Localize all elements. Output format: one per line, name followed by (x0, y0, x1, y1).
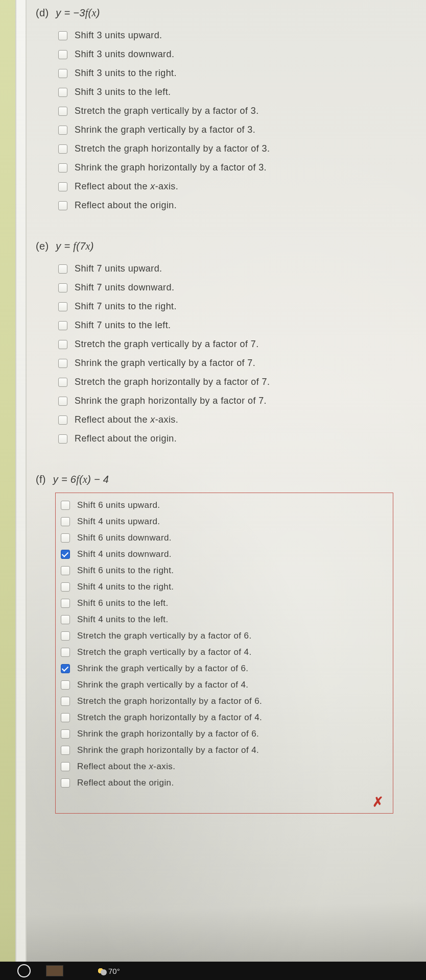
option-row[interactable]: Shift 7 units upward. (58, 259, 409, 278)
checkbox[interactable] (58, 264, 67, 274)
option-row[interactable]: Shrink the graph horizontally by a facto… (58, 158, 409, 177)
option-row[interactable]: Shift 6 units to the right. (61, 562, 388, 579)
checkbox[interactable] (58, 302, 67, 311)
option-row[interactable]: Shift 6 units upward. (61, 497, 388, 513)
checkbox[interactable] (61, 599, 70, 608)
option-row[interactable]: Stretch the graph horizontally by a fact… (61, 709, 388, 726)
option-row[interactable]: Shift 3 units to the right. (58, 64, 409, 83)
option-row[interactable]: Shift 3 units to the left. (58, 83, 409, 102)
weather-widget[interactable]: 70° (96, 966, 120, 975)
checkbox[interactable] (58, 126, 67, 135)
question-e: (e)y = f(7x)Shift 7 units upward.Shift 7… (31, 240, 409, 448)
checkbox[interactable] (58, 163, 67, 173)
checkbox[interactable] (58, 50, 67, 59)
option-label: Shift 6 units upward. (77, 500, 160, 510)
option-label: Stretch the graph vertically by a factor… (77, 647, 252, 657)
option-row[interactable]: Shift 4 units to the right. (61, 579, 388, 595)
option-label: Shift 4 units upward. (77, 517, 160, 527)
checkbox[interactable] (61, 533, 70, 543)
option-row[interactable]: Reflect about the x-axis. (58, 177, 409, 196)
checkbox[interactable] (61, 582, 70, 592)
checkbox-checked[interactable] (61, 664, 70, 673)
checkbox[interactable] (61, 746, 70, 755)
checkbox[interactable] (61, 517, 70, 526)
checkbox[interactable] (58, 201, 67, 210)
checkbox[interactable] (58, 88, 67, 97)
option-label: Reflect about the x-axis. (75, 414, 178, 425)
checkbox[interactable] (58, 415, 67, 425)
option-row[interactable]: Shrink the graph vertically by a factor … (58, 120, 409, 139)
option-row[interactable]: Shift 4 units downward. (61, 546, 388, 562)
option-row[interactable]: Shift 3 units downward. (58, 45, 409, 64)
checkbox[interactable] (58, 434, 67, 444)
option-row[interactable]: Shift 4 units upward. (61, 513, 388, 530)
checkbox[interactable] (58, 182, 67, 191)
option-row[interactable]: Reflect about the x-axis. (58, 410, 409, 429)
checkbox[interactable] (58, 31, 67, 40)
checkbox[interactable] (61, 778, 70, 788)
option-row[interactable]: Shrink the graph horizontally by a facto… (61, 726, 388, 742)
option-row[interactable]: Shrink the graph vertically by a factor … (58, 354, 409, 373)
option-label: Shift 7 units downward. (75, 282, 174, 293)
checkbox[interactable] (58, 144, 67, 154)
option-row[interactable]: Shift 3 units upward. (58, 26, 409, 45)
checkbox[interactable] (58, 321, 67, 330)
option-row[interactable]: Stretch the graph vertically by a factor… (58, 102, 409, 120)
checkbox[interactable] (58, 359, 67, 368)
checkbox[interactable] (58, 340, 67, 349)
question-header: (e)y = f(7x) (36, 240, 409, 252)
option-label: Reflect about the x-axis. (77, 762, 175, 772)
question-d: (d)y = −3f(x)Shift 3 units upward.Shift … (31, 7, 409, 215)
option-row[interactable]: Shift 7 units downward. (58, 278, 409, 297)
option-row[interactable]: Stretch the graph horizontally by a fact… (58, 373, 409, 391)
checkbox[interactable] (61, 566, 70, 575)
checkbox[interactable] (61, 631, 70, 641)
checkbox[interactable] (61, 648, 70, 657)
option-row[interactable]: Shift 4 units to the left. (61, 611, 388, 628)
checkbox[interactable] (61, 615, 70, 624)
checkbox[interactable] (58, 69, 67, 78)
option-row[interactable]: Reflect about the x-axis. (61, 758, 388, 775)
question-label: (e) (36, 240, 49, 252)
checkbox[interactable] (61, 697, 70, 706)
incorrect-x-icon: ✗ (61, 794, 384, 810)
option-row[interactable]: Shrink the graph horizontally by a facto… (61, 742, 388, 758)
start-circle-icon[interactable] (17, 964, 31, 977)
checkbox[interactable] (58, 397, 67, 406)
checkbox[interactable] (61, 680, 70, 690)
option-row[interactable]: Shift 6 units downward. (61, 530, 388, 546)
taskbar-app-icon[interactable] (46, 965, 63, 976)
checkbox[interactable] (61, 762, 70, 771)
option-row[interactable]: Shift 7 units to the right. (58, 297, 409, 316)
checkbox[interactable] (58, 283, 67, 292)
option-row[interactable]: Shrink the graph vertically by a factor … (61, 677, 388, 693)
checkbox[interactable] (61, 729, 70, 739)
option-label: Shrink the graph horizontally by a facto… (75, 396, 267, 406)
option-row[interactable]: Stretch the graph horizontally by a fact… (58, 139, 409, 158)
option-label: Shift 6 units to the right. (77, 566, 174, 576)
option-row[interactable]: Shrink the graph vertically by a factor … (61, 660, 388, 677)
question-equation: y = −3f(x) (56, 7, 100, 19)
option-row[interactable]: Stretch the graph horizontally by a fact… (61, 693, 388, 709)
option-label: Shift 3 units downward. (75, 49, 174, 60)
option-row[interactable]: Shift 6 units to the left. (61, 595, 388, 611)
checkbox[interactable] (58, 378, 67, 387)
option-row[interactable]: Reflect about the origin. (58, 429, 409, 448)
checkbox[interactable] (61, 501, 70, 510)
option-label: Stretch the graph horizontally by a fact… (77, 696, 262, 706)
option-label: Stretch the graph horizontally by a fact… (75, 143, 270, 154)
option-row[interactable]: Reflect about the origin. (58, 196, 409, 215)
option-row[interactable]: Stretch the graph vertically by a factor… (58, 335, 409, 354)
checkbox-checked[interactable] (61, 550, 70, 559)
option-label: Shift 6 units to the left. (77, 598, 169, 608)
checkbox[interactable] (58, 107, 67, 116)
option-row[interactable]: Shrink the graph horizontally by a facto… (58, 391, 409, 410)
option-row[interactable]: Stretch the graph vertically by a factor… (61, 628, 388, 644)
option-label: Shrink the graph vertically by a factor … (77, 664, 249, 674)
left-accent-strip (0, 0, 15, 962)
checkbox[interactable] (61, 713, 70, 722)
option-row[interactable]: Shift 7 units to the left. (58, 316, 409, 335)
option-row[interactable]: Reflect about the origin. (61, 775, 388, 791)
option-row[interactable]: Stretch the graph vertically by a factor… (61, 644, 388, 660)
option-label: Shift 6 units downward. (77, 533, 172, 543)
